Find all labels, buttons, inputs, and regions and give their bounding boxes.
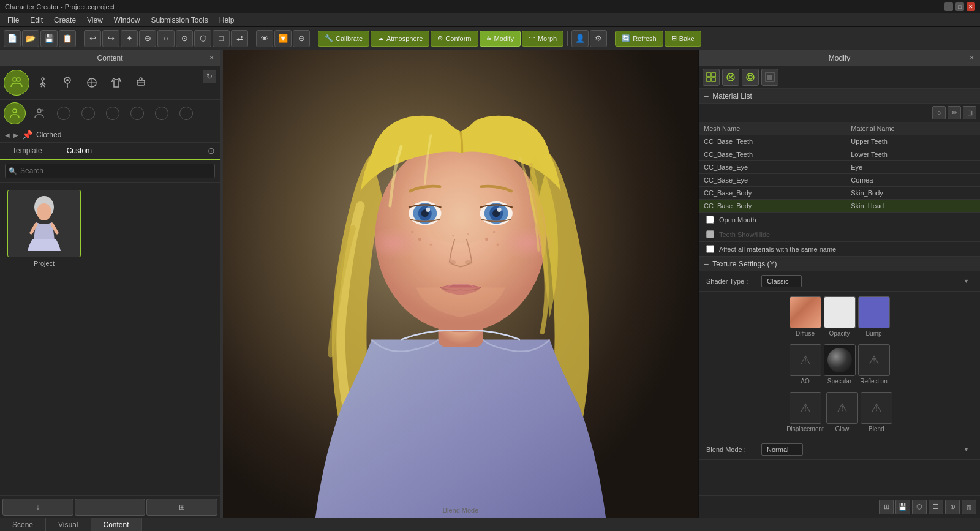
list-item[interactable]: Project	[7, 190, 81, 267]
displacement-swatch[interactable]: ⚠	[790, 392, 821, 424]
menu-create[interactable]: Create	[49, 15, 81, 26]
icon-circle2[interactable]	[77, 102, 99, 124]
tab-custom[interactable]: Custom	[55, 143, 104, 160]
toolbar-undo[interactable]: ↩	[84, 30, 101, 47]
item-thumbnail[interactable]	[7, 190, 81, 257]
close-button[interactable]: ✕	[967, 2, 975, 11]
blend-mode-select[interactable]: Normal Multiply Screen	[761, 443, 803, 456]
conform-button[interactable]: ⊛ Conform	[431, 31, 478, 47]
icon-circle5[interactable]	[151, 102, 173, 124]
right-icon-4[interactable]	[761, 69, 778, 86]
open-mouth-checkbox[interactable]	[706, 216, 714, 224]
tab-visual[interactable]: Visual	[46, 518, 91, 531]
icon-avatar[interactable]	[4, 102, 26, 124]
bottom-btn-add[interactable]: +	[75, 499, 146, 516]
right-icon-3[interactable]	[742, 69, 759, 86]
icon-brush[interactable]	[56, 72, 78, 94]
tab-content[interactable]: Content	[91, 518, 142, 531]
atmosphere-button[interactable]: ☁ Atmosphere	[371, 31, 429, 47]
toolbar-transform[interactable]: ⇄	[231, 30, 248, 47]
menu-help[interactable]: Help	[214, 15, 239, 26]
teeth-show-checkbox[interactable]	[706, 230, 714, 238]
rb-icon-3[interactable]: ⬡	[912, 500, 927, 514]
toolbar-settings[interactable]: ⚙	[590, 30, 607, 47]
icon-circle3[interactable]	[102, 102, 124, 124]
menu-submission-tools[interactable]: Submission Tools	[146, 15, 213, 26]
mat-action-2[interactable]: ✏	[948, 106, 961, 119]
icon-rig[interactable]	[32, 72, 54, 94]
menu-file[interactable]: File	[2, 15, 24, 26]
search-input[interactable]	[5, 164, 215, 178]
menu-window[interactable]: Window	[109, 15, 145, 26]
mat-action-3[interactable]: ⊞	[963, 106, 976, 119]
menu-edit[interactable]: Edit	[25, 15, 48, 26]
texture-settings-header[interactable]: − Texture Settings (Y)	[699, 257, 980, 271]
table-row[interactable]: CC_Base_Teeth Lower Teeth	[699, 148, 980, 161]
reflection-swatch[interactable]: ⚠	[858, 344, 890, 376]
table-row[interactable]: CC_Base_Eye Cornea	[699, 174, 980, 187]
bottom-btn-down[interactable]: ↓	[2, 499, 74, 516]
toolbar-move[interactable]: ⊕	[139, 30, 156, 47]
modify-button[interactable]: ≋ Modify	[480, 31, 521, 47]
icon-circle1[interactable]	[53, 102, 75, 124]
morph-button[interactable]: ⋯ Morph	[522, 31, 564, 47]
toolbar-eye[interactable]: 👁	[256, 30, 273, 47]
right-icon-1[interactable]	[703, 69, 720, 86]
toolbar-new[interactable]: 📄	[4, 30, 21, 47]
toolbar-view1[interactable]: ⬡	[194, 30, 211, 47]
icon-cloth[interactable]	[105, 72, 127, 94]
toolbar-save[interactable]: 💾	[40, 30, 58, 47]
blend-swatch[interactable]: ⚠	[861, 392, 892, 424]
rb-icon-1[interactable]: ⊞	[879, 500, 894, 514]
tab-scene[interactable]: Scene	[0, 518, 46, 531]
toolbar-rotate[interactable]: ○	[157, 30, 175, 47]
viewport[interactable]: Blend Mode	[223, 50, 698, 518]
toolbar-person[interactable]: 👤	[571, 30, 589, 47]
icon-accessory[interactable]	[130, 72, 152, 94]
maximize-button[interactable]: □	[956, 2, 964, 11]
content-refresh-icon[interactable]: ↻	[203, 70, 216, 83]
refresh-button[interactable]: 🔄 Refresh	[615, 31, 663, 47]
icon-characters[interactable]	[4, 70, 29, 96]
menu-view[interactable]: View	[82, 15, 108, 26]
toolbar-redo[interactable]: ↪	[102, 30, 119, 47]
back-arrow[interactable]: ◀	[5, 132, 10, 138]
bottom-btn-grid[interactable]: ⊞	[146, 499, 217, 516]
icon-circle4[interactable]	[126, 102, 148, 124]
rb-icon-5[interactable]: ⊕	[945, 500, 960, 514]
minimize-button[interactable]: —	[944, 2, 953, 11]
rb-icon-2[interactable]: 💾	[895, 500, 910, 514]
bump-swatch[interactable]	[858, 296, 890, 328]
bake-button[interactable]: ⊞ Bake	[665, 31, 701, 47]
glow-swatch[interactable]: ⚠	[826, 392, 858, 424]
table-row[interactable]: CC_Base_Eye Eye	[699, 161, 980, 174]
mat-action-1[interactable]: ○	[932, 106, 946, 119]
table-row[interactable]: CC_Base_Teeth Upper Teeth	[699, 135, 980, 148]
opacity-swatch[interactable]	[824, 296, 856, 328]
toolbar-view2[interactable]: □	[213, 30, 230, 47]
calibrate-button[interactable]: 🔧 Calibrate	[318, 31, 369, 47]
toolbar-scale[interactable]: ⊙	[176, 30, 193, 47]
tabs-options-icon[interactable]: ⊙	[208, 146, 215, 156]
toolbar-open[interactable]: 📂	[22, 30, 39, 47]
diffuse-swatch[interactable]	[790, 296, 821, 328]
shader-type-select[interactable]: Classic PBR Toon	[761, 275, 802, 287]
rb-icon-4[interactable]: ☰	[929, 500, 943, 514]
table-row[interactable]: CC_Base_Body Skin_Body	[699, 187, 980, 200]
icon-shape[interactable]	[81, 72, 103, 94]
tab-template[interactable]: Template	[0, 143, 55, 160]
icon-avatar2[interactable]	[28, 102, 50, 124]
content-close-button[interactable]: ✕	[206, 53, 216, 62]
toolbar-select[interactable]: ✦	[121, 30, 138, 47]
toolbar-eye2[interactable]: 🔽	[274, 30, 292, 47]
right-icon-2[interactable]	[722, 69, 739, 86]
table-row[interactable]: CC_Base_Body Skin_Head	[699, 200, 980, 213]
material-list-header[interactable]: − Material List	[699, 89, 980, 104]
toolbar-eye3[interactable]: ⊖	[293, 30, 310, 47]
ao-swatch[interactable]: ⚠	[790, 344, 821, 376]
rb-icon-6[interactable]: 🗑	[962, 500, 976, 514]
specular-swatch[interactable]	[824, 344, 856, 376]
forward-arrow[interactable]: ▶	[13, 132, 18, 138]
affect-all-checkbox[interactable]	[706, 245, 714, 253]
modify-close-button[interactable]: ✕	[967, 53, 976, 62]
